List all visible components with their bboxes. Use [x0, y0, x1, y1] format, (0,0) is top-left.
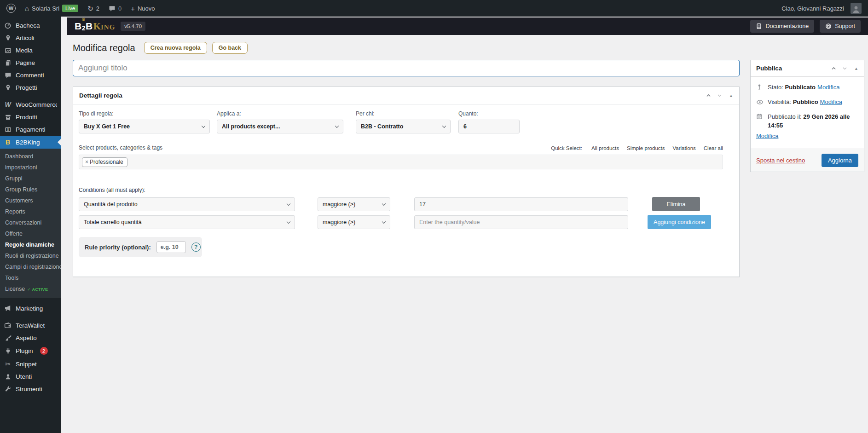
admin-sidebar: Bacheca Articoli Media Pagine Commenti P… — [0, 17, 61, 433]
move-up-icon[interactable] — [706, 92, 712, 98]
rule-priority-input[interactable] — [156, 241, 186, 253]
edit-visibility-link[interactable]: Modifica — [820, 98, 842, 105]
sidebar-item-woocommerce[interactable]: W WooCommerce — [0, 98, 61, 111]
sidebar-item-articoli[interactable]: Articoli — [0, 32, 61, 44]
help-icon[interactable]: ? — [191, 242, 201, 252]
condition-field-select[interactable]: Totale carrello quantità — [79, 215, 295, 229]
sidebar-item-progetti[interactable]: Progetti — [0, 81, 61, 94]
submenu-item-gruppi[interactable]: Gruppi — [0, 173, 61, 184]
submenu-item-group-rules[interactable]: Group Rules — [0, 184, 61, 195]
submenu-item-tools[interactable]: Tools — [0, 272, 61, 283]
support-button[interactable]: Support — [820, 20, 861, 33]
sidebar-item-plugin[interactable]: Plugin 2 — [0, 344, 61, 358]
move-up-icon[interactable] — [831, 65, 837, 71]
submenu-item-conversazioni[interactable]: Conversazioni — [0, 217, 61, 228]
sidebar-item-aspetto[interactable]: Aspetto — [0, 332, 61, 344]
updates-menu[interactable]: ↻ 2 — [83, 0, 104, 17]
submenu-item-offerte[interactable]: Offerte — [0, 228, 61, 239]
home-icon: ⌂ — [25, 5, 29, 12]
condition-field-select[interactable]: Quantità del prodotto — [79, 197, 295, 211]
visibility-row: Visibilità: PubblicoModifica — [756, 98, 858, 107]
edit-published-date-link[interactable]: Modifica — [756, 132, 778, 141]
wordpress-menu[interactable]: W — [2, 0, 20, 17]
wallet-icon — [4, 322, 12, 329]
published-date-row: Pubblicato il: 29 Gen 2026 alle 14:55 — [756, 113, 858, 130]
rule-type-select[interactable]: Buy X Get 1 Free — [79, 120, 210, 133]
products-multiselect[interactable]: × Professionale — [79, 155, 723, 169]
avatar — [851, 3, 862, 14]
site-name-menu[interactable]: ⌂ Solaria Srl Live — [20, 0, 83, 17]
submenu-item-regole-dinamiche[interactable]: Regole dinamiche — [0, 239, 61, 250]
sidebar-item-label: WooCommerce — [16, 101, 57, 108]
sidebar-item-pagamenti[interactable]: $ Pagamenti — [0, 123, 61, 136]
submenu-item-reports[interactable]: Reports — [0, 206, 61, 217]
quick-select-simple-products[interactable]: Simple products — [627, 145, 665, 151]
condition-value-input[interactable] — [414, 197, 628, 211]
submenu-item-license[interactable]: License✓ ACTIVE — [0, 283, 61, 294]
move-to-trash-link[interactable]: Sposta nel cestino — [756, 157, 805, 164]
chevron-down-icon — [335, 124, 339, 128]
documentation-button[interactable]: Documentazione — [750, 20, 814, 33]
add-condition-button[interactable]: Aggiungi condizione — [648, 215, 711, 229]
update-button[interactable]: Aggiorna — [822, 154, 858, 167]
b2bking-submenu: Dashboard impostazioni Gruppi Group Rule… — [0, 149, 61, 298]
quick-select-clear-all[interactable]: Clear all — [704, 145, 723, 151]
sidebar-item-b2bking[interactable]: B B2BKing — [0, 136, 61, 149]
sidebar-item-marketing[interactable]: Marketing — [0, 302, 61, 315]
go-back-button[interactable]: Go back — [212, 42, 248, 54]
condition-value-input[interactable] — [414, 215, 628, 229]
condition-operator-select[interactable]: maggiore (>) — [318, 215, 390, 229]
submenu-label: impostazioni — [5, 164, 37, 171]
collapse-panel-icon[interactable]: ▲ — [854, 66, 858, 71]
sidebar-item-strumenti[interactable]: Strumenti — [0, 383, 61, 395]
woocommerce-icon: W — [4, 101, 12, 108]
status-row: Stato: PubblicatoModifica — [756, 83, 858, 92]
status-text: Stato: PubblicatoModifica — [768, 83, 839, 92]
sidebar-item-label: Bacheca — [16, 22, 40, 29]
quick-select-all-products[interactable]: All products — [591, 145, 619, 151]
submenu-item-impostazioni[interactable]: impostazioni — [0, 162, 61, 173]
rule-details-panel: Dettagli regola ▲ — [73, 87, 740, 277]
sidebar-item-media[interactable]: Media — [0, 44, 61, 57]
rule-type-field: Tipo di regola: Buy X Get 1 Free — [79, 110, 210, 133]
create-new-rule-button[interactable]: Crea nuova regola — [144, 42, 207, 54]
remove-tag-icon[interactable]: × — [85, 159, 88, 165]
collapse-panel-icon[interactable]: ▲ — [729, 93, 733, 98]
sidebar-item-label: Prodotti — [16, 114, 37, 121]
edit-status-link[interactable]: Modifica — [817, 84, 839, 91]
comments-menu[interactable]: 0 — [104, 0, 126, 17]
submenu-item-dashboard[interactable]: Dashboard — [0, 151, 61, 162]
move-down-icon[interactable] — [717, 92, 723, 98]
for-who-select[interactable]: B2B - Contratto — [356, 120, 451, 133]
delete-condition-button[interactable]: Elimina — [652, 197, 700, 211]
plug-icon — [4, 347, 12, 354]
sidebar-item-terawallet[interactable]: TeraWallet — [0, 319, 61, 332]
account-menu[interactable]: Ciao, Giovanni Ragazzi — [777, 3, 866, 14]
sidebar-item-pagine[interactable]: Pagine — [0, 57, 61, 69]
sidebar-item-label: Progetti — [16, 84, 37, 91]
submenu-item-ruoli-registrazione[interactable]: Ruoli di registrazione — [0, 250, 61, 261]
chevron-down-icon — [202, 124, 205, 128]
products-box-icon — [4, 114, 12, 121]
products-label: Select products, categories & tags — [79, 144, 162, 151]
condition-row: Quantità del prodotto maggiore (>) Elimi… — [79, 197, 734, 211]
condition-operator-select[interactable]: maggiore (>) — [318, 197, 390, 211]
applies-to-label: Applica a: — [217, 110, 343, 117]
applies-to-select[interactable]: All products except... — [217, 120, 343, 133]
new-content-menu[interactable]: + Nuovo — [126, 0, 159, 17]
users-icon — [4, 373, 12, 380]
sidebar-item-bacheca[interactable]: Bacheca — [0, 19, 61, 32]
how-much-input[interactable] — [458, 120, 520, 133]
rule-title-input[interactable] — [73, 60, 740, 76]
quick-select-variations[interactable]: Variations — [673, 145, 696, 151]
eye-icon — [756, 98, 764, 106]
submenu-item-customers[interactable]: Customers — [0, 195, 61, 206]
submenu-item-campi-registrazione[interactable]: Campi di registrazione — [0, 261, 61, 272]
sidebar-item-snippet[interactable]: ✂ Snippet — [0, 358, 61, 370]
sidebar-item-prodotti[interactable]: Prodotti — [0, 111, 61, 123]
sidebar-item-label: Media — [16, 47, 33, 54]
sidebar-item-commenti[interactable]: Commenti — [0, 69, 61, 81]
move-down-icon[interactable] — [842, 65, 848, 71]
sidebar-item-utenti[interactable]: Utenti — [0, 370, 61, 383]
megaphone-icon — [4, 305, 12, 312]
